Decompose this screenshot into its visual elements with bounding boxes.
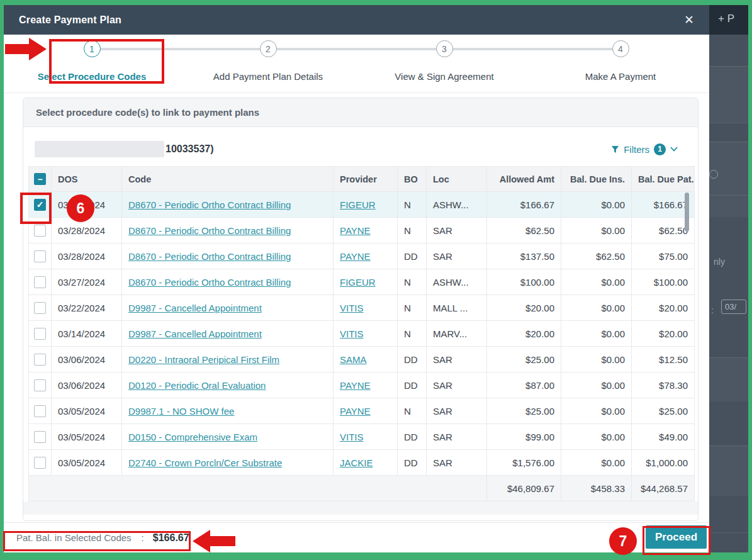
cell-code: D2740 - Crown Porcln/Cer Substrate (122, 450, 334, 476)
cell-bal-due-pat: $49.00 (632, 424, 695, 450)
cell-provider: FIGEUR (334, 192, 398, 218)
cell-allowed-amt: $87.00 (487, 372, 561, 398)
procedure-code-link[interactable]: D8670 - Periodic Ortho Contract Billing (128, 277, 291, 288)
procedure-code-link[interactable]: D0120 - Periodic Oral Evaluation (128, 380, 266, 391)
col-header-dos: DOS (52, 167, 122, 192)
procedure-code-link[interactable]: D0150 - Comprehensive Exam (128, 432, 257, 442)
cell-provider: VITIS (334, 321, 398, 347)
cell-bo: N (398, 295, 427, 321)
cell-allowed-amt: $137.50 (487, 244, 561, 269)
row-checkbox[interactable] (34, 405, 46, 417)
cell-bal-due-pat: $20.00 (632, 321, 695, 347)
provider-link[interactable]: VITIS (340, 432, 364, 442)
row-checkbox[interactable] (34, 354, 46, 366)
cell-code: D0220 - Intraoral Peripical First Film (122, 347, 334, 372)
provider-link[interactable]: JACKIE (340, 457, 373, 468)
cell-provider: PAYNE (334, 372, 398, 398)
cell-loc: ASHW... (427, 192, 487, 218)
provider-link[interactable]: VITIS (340, 303, 364, 313)
procedure-code-link[interactable]: D9987.1 - NO SHOW fee (128, 406, 234, 417)
cell-code: D8670 - Periodic Ortho Contract Billing (122, 269, 334, 295)
cell-loc: SAR (427, 450, 487, 476)
step-number-circle: 3 (436, 40, 453, 57)
provider-link[interactable]: SAMA (340, 354, 367, 365)
cell-allowed-amt: $100.00 (487, 269, 561, 295)
cell-dos: 03/22/2024 (52, 295, 122, 321)
table-row: 03/05/2024D0150 - Comprehensive ExamVITI… (29, 424, 695, 450)
filters-label: Filters (624, 144, 649, 155)
cell-loc: SAR (427, 424, 487, 450)
stepper-step-2[interactable]: 2Add Payment Plan Details (193, 35, 344, 82)
row-checkbox[interactable] (34, 250, 46, 262)
row-checkbox[interactable] (34, 328, 46, 340)
stepper-step-4[interactable]: 4Make A Payment (545, 35, 696, 82)
cell-bal-due-ins: $0.00 (561, 347, 632, 372)
cell-dos: 03/14/2024 (52, 321, 122, 347)
procedure-code-link[interactable]: D0220 - Intraoral Peripical First Film (128, 354, 279, 365)
cell-allowed-amt: $20.00 (487, 295, 561, 321)
close-icon[interactable]: ✕ (684, 14, 694, 26)
row-checkbox[interactable]: ✓ (34, 199, 46, 211)
procedure-code-link[interactable]: D2740 - Crown Porcln/Cer Substrate (128, 457, 282, 468)
cell-loc: SAR (427, 347, 487, 372)
cell-bal-due-ins: $0.00 (561, 269, 632, 295)
col-header-provider: Provider (334, 167, 398, 192)
row-checkbox[interactable] (34, 302, 46, 314)
provider-link[interactable]: FIGEUR (340, 199, 376, 210)
table-row: 03/05/2024D9987.1 - NO SHOW feePAYNENSAR… (29, 398, 695, 424)
cell-bal-due-pat: $25.00 (632, 398, 695, 424)
backdrop-text-fragment: : (711, 305, 714, 315)
table-row: 03/28/2024D8670 - Periodic Ortho Contrac… (29, 244, 695, 269)
cell-bal-due-ins: $0.00 (561, 192, 632, 218)
row-checkbox[interactable] (34, 379, 46, 391)
cell-allowed-amt: $99.00 (487, 424, 561, 450)
backdrop-text-fragment: nly (714, 257, 725, 267)
row-checkbox[interactable] (34, 225, 46, 237)
info-circle-icon (709, 170, 718, 179)
provider-link[interactable]: PAYNE (340, 251, 371, 262)
provider-link[interactable]: PAYNE (340, 380, 371, 391)
cell-loc: MARV... (427, 321, 487, 347)
total-bal-due-pat: $44,268.57 (632, 476, 695, 501)
procedure-table-wrap: − DOS Code Provider BO Loc Allowed Amt B… (28, 166, 693, 501)
selected-balance-label: Pat. Bal. in Selected Codes (16, 532, 132, 543)
cell-code: D9987 - Cancelled Appointment (122, 295, 334, 321)
cell-provider: JACKIE (334, 450, 398, 476)
cell-dos: 03/28/2024 (52, 218, 122, 244)
cell-bal-due-ins: $0.00 (561, 450, 632, 476)
cell-bal-due-pat: $75.00 (632, 244, 695, 269)
row-checkbox[interactable] (34, 431, 46, 443)
provider-link[interactable]: VITIS (340, 328, 364, 339)
filters-toggle[interactable]: Filters 1 (611, 143, 678, 155)
procedure-code-link[interactable]: D8670 - Periodic Ortho Contract Billing (128, 225, 291, 236)
annotation-callout-7: 7 (609, 527, 637, 555)
col-header-bal-due-pat: Bal. Due Pat. (632, 167, 695, 192)
provider-link[interactable]: PAYNE (340, 406, 371, 417)
procedure-code-link[interactable]: D8670 - Periodic Ortho Contract Billing (128, 251, 291, 262)
procedure-code-link[interactable]: D8670 - Periodic Ortho Contract Billing (128, 199, 291, 210)
cell-bal-due-ins: $0.00 (561, 424, 632, 450)
select-all-checkbox[interactable]: − (34, 173, 46, 185)
cell-provider: VITIS (334, 295, 398, 321)
table-scrollbar-thumb[interactable] (685, 193, 689, 232)
stepper-step-3[interactable]: 3View & Sign Agreement (369, 35, 520, 82)
cell-provider: PAYNE (334, 244, 398, 269)
proceed-button[interactable]: Proceed (646, 525, 707, 549)
provider-link[interactable]: PAYNE (340, 225, 371, 236)
modal-title: Create Payment Plan (19, 14, 121, 26)
cell-code: D9987 - Cancelled Appointment (122, 321, 334, 347)
step-label: View & Sign Agreement (369, 71, 520, 82)
cell-allowed-amt: $25.00 (487, 347, 561, 372)
table-row: 03/05/2024D2740 - Crown Porcln/Cer Subst… (29, 450, 695, 476)
step-label: Make A Payment (545, 71, 696, 82)
annotation-arrow-step1 (5, 38, 47, 60)
procedure-code-link[interactable]: D9987 - Cancelled Appointment (128, 303, 262, 313)
chevron-down-icon (670, 147, 678, 152)
row-checkbox[interactable] (34, 276, 46, 288)
provider-link[interactable]: FIGEUR (340, 277, 376, 288)
col-header-bal-due-ins: Bal. Due Ins. (561, 167, 632, 192)
row-checkbox[interactable] (34, 457, 46, 469)
total-bal-due-ins: $458.33 (561, 476, 632, 501)
procedure-code-link[interactable]: D9987 - Cancelled Appointment (128, 328, 262, 339)
cell-bal-due-pat: $1,000.00 (632, 450, 695, 476)
